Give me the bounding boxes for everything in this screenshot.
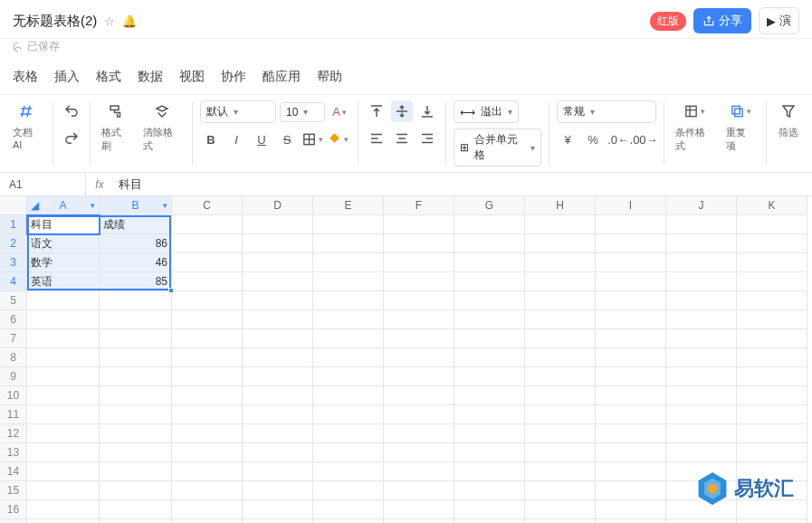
cell-B13[interactable] [100,443,172,462]
cell-B1[interactable]: 成绩 [100,215,172,234]
row-header-6[interactable]: 6 [0,310,27,329]
cell-H8[interactable] [525,348,596,367]
cell-H15[interactable] [525,481,596,500]
cell-J6[interactable] [666,310,737,329]
cell-H2[interactable] [525,234,596,253]
cell-K9[interactable] [737,367,807,386]
cell-A3[interactable]: 数学 [27,253,100,272]
cell-K4[interactable] [737,272,807,291]
cell-D3[interactable] [243,253,313,272]
cell-E6[interactable] [313,310,384,329]
cell-G13[interactable] [454,443,525,462]
cell-E9[interactable] [313,367,384,386]
cell-D9[interactable] [243,367,313,386]
cell-A4[interactable]: 英语 [27,272,100,291]
row-header-9[interactable]: 9 [0,367,27,386]
cell-G4[interactable] [454,272,525,291]
cell-G17[interactable] [454,519,525,523]
percent-icon[interactable]: % [582,128,604,150]
cell-A13[interactable] [27,443,100,462]
cell-A11[interactable] [27,405,100,424]
cell-C14[interactable] [172,462,243,481]
cell-J12[interactable] [666,424,737,443]
menu-insert[interactable]: 插入 [54,69,80,85]
cell-H4[interactable] [525,272,596,291]
cell-H5[interactable] [525,291,596,310]
cell-I1[interactable] [596,215,666,234]
font-color-icon[interactable]: A▾ [329,101,350,123]
cell-E10[interactable] [313,386,384,405]
cell-G2[interactable] [454,234,525,253]
cell-C15[interactable] [172,481,243,500]
col-header-C[interactable]: C [172,196,243,215]
cell-I6[interactable] [596,310,666,329]
row-header-16[interactable]: 16 [0,500,27,519]
cell-D17[interactable] [243,519,313,523]
row-header-8[interactable]: 8 [0,348,27,367]
cell-F15[interactable] [384,481,454,500]
menu-coolapp[interactable]: 酷应用 [263,69,301,85]
cell-D1[interactable] [243,215,313,234]
cell-B6[interactable] [100,310,172,329]
cell-G1[interactable] [454,215,525,234]
cell-J7[interactable] [666,329,737,348]
cell-D8[interactable] [243,348,313,367]
cell-D15[interactable] [243,481,313,500]
cell-F14[interactable] [384,462,454,481]
version-badge[interactable]: 红版 [650,12,686,31]
cell-C11[interactable] [172,405,243,424]
cell-reference[interactable]: A1 [0,173,86,195]
cell-B5[interactable] [100,291,172,310]
fill-color-icon[interactable]: ▾ [327,128,349,150]
cell-A1[interactable]: 科目 [27,215,100,234]
cell-K7[interactable] [737,329,807,348]
cell-B10[interactable] [100,386,172,405]
menu-view[interactable]: 视图 [179,69,205,85]
cell-E3[interactable] [313,253,384,272]
cell-A5[interactable] [27,291,100,310]
cell-F12[interactable] [384,424,454,443]
bold-icon[interactable]: B [200,128,222,150]
cell-H7[interactable] [525,329,596,348]
menu-help[interactable]: 帮助 [317,69,342,85]
col-header-D[interactable]: D [243,196,313,215]
cell-E17[interactable] [313,519,384,523]
cell-F10[interactable] [384,386,454,405]
cell-C1[interactable] [172,215,243,234]
docai-icon[interactable] [16,100,38,122]
cell-A15[interactable] [27,481,100,500]
cell-B2[interactable]: 86 [100,234,172,253]
cell-H9[interactable] [525,367,596,386]
menu-data[interactable]: 数据 [138,69,163,85]
row-header-14[interactable]: 14 [0,462,27,481]
col-header-I[interactable]: I [596,196,666,215]
cell-J9[interactable] [666,367,737,386]
col-header-K[interactable]: K [737,196,807,215]
cell-E4[interactable] [313,272,384,291]
border-icon[interactable]: ▾ [301,128,323,150]
cell-K1[interactable] [737,215,807,234]
col-header-G[interactable]: G [454,196,525,215]
row-header-3[interactable]: 3 [0,253,27,272]
cell-D10[interactable] [243,386,313,405]
cell-C4[interactable] [172,272,243,291]
cell-F3[interactable] [384,253,454,272]
cond-format-icon[interactable]: ▾ [683,100,705,122]
cell-B11[interactable] [100,405,172,424]
decimal-inc-icon[interactable]: .00→ [633,128,654,150]
cell-E7[interactable] [313,329,384,348]
valign-bottom-icon[interactable] [416,100,438,122]
cell-K12[interactable] [737,424,807,443]
col-header-J[interactable]: J [666,196,737,215]
cell-I15[interactable] [596,481,666,500]
cell-G12[interactable] [454,424,525,443]
share-button[interactable]: 分享 [693,8,751,33]
selection-handle[interactable] [168,288,174,293]
cell-I7[interactable] [596,329,666,348]
cell-A7[interactable] [27,329,100,348]
play-button[interactable]: ▶ 演 [759,7,799,34]
cell-C16[interactable] [172,500,243,519]
undo-icon[interactable] [61,100,82,122]
cell-H17[interactable] [525,519,596,523]
cell-B14[interactable] [100,462,172,481]
